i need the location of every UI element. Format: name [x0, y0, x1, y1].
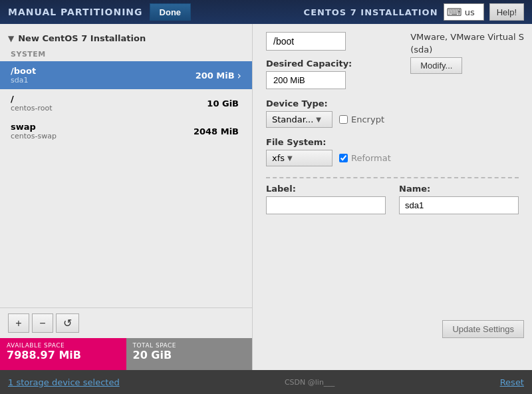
- right-panel: VMware, VMware Virtual S (sda) Modify...…: [253, 24, 532, 370]
- device-info-line2: (sda): [410, 45, 524, 55]
- left-toolbar: + − ↺: [0, 307, 252, 338]
- keyboard-icon: ⌨: [447, 6, 462, 19]
- partition-boot-size: 200 MiB: [196, 71, 235, 81]
- partition-swap-left: swap centos-swap: [11, 122, 194, 140]
- name-input[interactable]: [399, 196, 519, 214]
- add-partition-button[interactable]: +: [8, 313, 29, 333]
- installation-tree: ▼ New CentOS 7 Installation SYSTEM /boot…: [0, 24, 252, 307]
- help-button[interactable]: Help!: [489, 3, 524, 21]
- page-title: MANUAL PARTITIONING: [8, 7, 143, 17]
- space-info: AVAILABLE SPACE 7988.97 MiB TOTAL SPACE …: [0, 338, 252, 370]
- filesystem-label: File System:: [266, 137, 519, 147]
- partition-boot-name: /boot: [11, 66, 196, 76]
- header-right: CENTOS 7 INSTALLATION ⌨ us Help!: [304, 3, 524, 21]
- reformat-checkbox[interactable]: [339, 154, 348, 162]
- partition-root-sub: centos-root: [11, 104, 207, 112]
- device-type-label: Device Type:: [266, 98, 519, 108]
- partition-swap-size: 2048 MiB: [194, 126, 239, 136]
- total-space-label: TOTAL SPACE: [133, 342, 246, 349]
- main-content: ▼ New CentOS 7 Installation SYSTEM /boot…: [0, 24, 532, 370]
- partition-swap-name: swap: [11, 122, 194, 132]
- update-settings-button[interactable]: Update Settings: [442, 320, 524, 338]
- name-field: Name:: [399, 184, 519, 214]
- partition-root-name: /: [11, 94, 207, 104]
- header: MANUAL PARTITIONING Done CENTOS 7 INSTAL…: [0, 0, 532, 24]
- storage-device-link[interactable]: 1 storage device selected: [8, 377, 120, 387]
- desired-capacity-input[interactable]: [266, 71, 346, 89]
- label-field-label: Label:: [266, 184, 386, 194]
- total-space: TOTAL SPACE 20 GiB: [126, 338, 253, 370]
- done-button[interactable]: Done: [150, 3, 192, 21]
- mount-point-input[interactable]: [266, 32, 346, 51]
- encrypt-label[interactable]: Encrypt: [351, 114, 384, 124]
- available-space-value: 7988.97 MiB: [7, 349, 120, 361]
- partition-boot[interactable]: /boot sda1 200 MiB ›: [0, 61, 252, 89]
- filesystem-select[interactable]: xfs ▼: [266, 150, 332, 166]
- encrypt-checkbox[interactable]: [339, 115, 348, 124]
- name-field-label: Name:: [399, 184, 519, 194]
- partition-boot-sub: sda1: [11, 76, 196, 85]
- device-type-row: Standar... ▼ Encrypt: [266, 111, 519, 128]
- partition-swap[interactable]: swap centos-swap 2048 MiB: [0, 117, 252, 145]
- separator: [266, 177, 519, 178]
- chevron-right-icon: ›: [237, 69, 241, 82]
- keyboard-input-display[interactable]: ⌨ us: [444, 3, 484, 21]
- encrypt-row: Encrypt: [339, 114, 384, 124]
- available-space-label: AVAILABLE SPACE: [7, 342, 120, 349]
- label-name-row: Label: Name:: [266, 184, 519, 214]
- remove-partition-button[interactable]: −: [32, 313, 53, 333]
- total-space-value: 20 GiB: [133, 349, 246, 361]
- section-system-label: SYSTEM: [0, 47, 252, 61]
- refresh-button[interactable]: ↺: [56, 313, 79, 333]
- modify-button[interactable]: Modify...: [410, 57, 462, 74]
- device-info-line1: VMware, VMware Virtual S: [410, 32, 524, 42]
- filesystem-arrow-icon: ▼: [287, 154, 293, 162]
- partition-swap-sub: centos-swap: [11, 132, 194, 140]
- watermark: CSDN @lin___: [285, 378, 334, 387]
- tree-expand-icon: ▼: [8, 34, 14, 43]
- partition-root-left: / centos-root: [11, 94, 207, 112]
- partition-root[interactable]: / centos-root 10 GiB: [0, 89, 252, 117]
- bottom-bar: 1 storage device selected CSDN @lin___ R…: [0, 370, 532, 394]
- reformat-label[interactable]: Reformat: [351, 153, 391, 163]
- filesystem-value: xfs: [272, 153, 285, 163]
- partition-root-size: 10 GiB: [207, 98, 239, 108]
- installation-title: CENTOS 7 INSTALLATION: [304, 7, 438, 17]
- tree-root-label: New CentOS 7 Installation: [18, 33, 146, 43]
- available-space: AVAILABLE SPACE 7988.97 MiB: [0, 338, 126, 370]
- device-type-select[interactable]: Standar... ▼: [266, 111, 332, 128]
- left-panel: ▼ New CentOS 7 Installation SYSTEM /boot…: [0, 24, 253, 370]
- keyboard-lang: us: [465, 7, 481, 17]
- reset-link[interactable]: Reset: [500, 377, 524, 387]
- device-type-value: Standar...: [272, 114, 313, 124]
- label-input[interactable]: [266, 196, 386, 214]
- partition-boot-left: /boot sda1: [11, 66, 196, 85]
- device-info: VMware, VMware Virtual S (sda) Modify...: [410, 32, 524, 74]
- device-type-arrow-icon: ▼: [316, 116, 321, 123]
- label-field: Label:: [266, 184, 386, 214]
- filesystem-row: xfs ▼ Reformat: [266, 150, 519, 166]
- reformat-row: Reformat: [339, 153, 391, 163]
- tree-header: ▼ New CentOS 7 Installation: [0, 29, 252, 47]
